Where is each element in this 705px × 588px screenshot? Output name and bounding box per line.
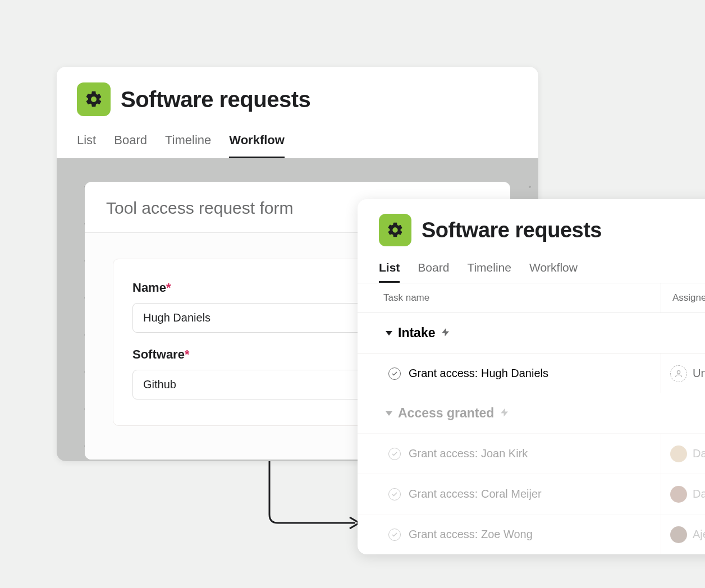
assignee-name: Unas xyxy=(693,367,705,380)
task-title: Grant access: Coral Meijer xyxy=(409,488,542,500)
bolt-icon xyxy=(441,325,451,341)
task-row[interactable]: Grant access: Zoe WongAjee xyxy=(358,514,705,554)
section-header[interactable]: Intake xyxy=(358,313,705,353)
panel-header: Software requests xyxy=(358,199,705,251)
avatar xyxy=(670,445,687,462)
assignee-cell[interactable]: Unas xyxy=(661,353,705,393)
section-name: Intake xyxy=(398,325,435,341)
tab-workflow[interactable]: Workflow xyxy=(529,261,578,283)
complete-check-icon[interactable] xyxy=(388,368,401,380)
project-gear-icon xyxy=(379,214,411,246)
panel-header: Software requests xyxy=(57,67,538,123)
col-task-name: Task name xyxy=(358,283,661,313)
assignee-name: Ajee xyxy=(693,528,705,541)
task-row[interactable]: Grant access: Coral MeijerDani xyxy=(358,474,705,514)
project-title: Software requests xyxy=(121,87,310,112)
tab-timeline[interactable]: Timeline xyxy=(467,261,511,283)
tab-workflow[interactable]: Workflow xyxy=(229,133,285,158)
avatar xyxy=(670,526,687,543)
section-name: Access granted xyxy=(398,406,494,421)
required-mark: * xyxy=(166,281,171,295)
task-row[interactable]: Grant access: Joan KirkDave xyxy=(358,433,705,474)
caret-down-icon xyxy=(386,331,392,336)
assignee-cell[interactable]: Dave xyxy=(661,434,705,474)
project-title: Software requests xyxy=(422,218,602,242)
unassigned-avatar-icon xyxy=(670,365,687,382)
flow-arrow xyxy=(263,461,367,534)
assignee-cell[interactable]: Dani xyxy=(661,474,705,514)
assignee-name: Dave xyxy=(693,447,705,460)
tab-list[interactable]: List xyxy=(77,133,96,158)
bolt-icon xyxy=(500,406,510,421)
complete-check-icon[interactable] xyxy=(388,488,401,500)
assignee-cell[interactable]: Ajee xyxy=(661,514,705,554)
tab-board[interactable]: Board xyxy=(418,261,449,283)
column-headers: Task name Assignee xyxy=(358,283,705,313)
tabs-row: List Board Timeline Workflow xyxy=(57,123,538,158)
complete-check-icon[interactable] xyxy=(388,529,401,541)
tab-list[interactable]: List xyxy=(379,261,400,283)
tabs-row: List Board Timeline Workflow xyxy=(358,251,705,283)
task-title: Grant access: Zoe Wong xyxy=(409,528,533,541)
task-row[interactable]: Grant access: Hugh DanielsUnas xyxy=(358,353,705,393)
project-gear-icon xyxy=(77,82,111,116)
task-title: Grant access: Hugh Daniels xyxy=(409,367,548,380)
list-panel: Software requests List Board Timeline Wo… xyxy=(358,199,705,554)
svg-point-0 xyxy=(677,370,680,373)
task-title: Grant access: Joan Kirk xyxy=(409,447,528,460)
section-header[interactable]: Access granted xyxy=(358,393,705,433)
tab-timeline[interactable]: Timeline xyxy=(165,133,211,158)
complete-check-icon[interactable] xyxy=(388,448,401,460)
tab-board[interactable]: Board xyxy=(114,133,147,158)
avatar xyxy=(670,486,687,503)
caret-down-icon xyxy=(386,411,392,416)
required-mark: * xyxy=(185,347,190,361)
col-assignee: Assignee xyxy=(661,283,705,313)
assignee-name: Dani xyxy=(693,488,705,500)
